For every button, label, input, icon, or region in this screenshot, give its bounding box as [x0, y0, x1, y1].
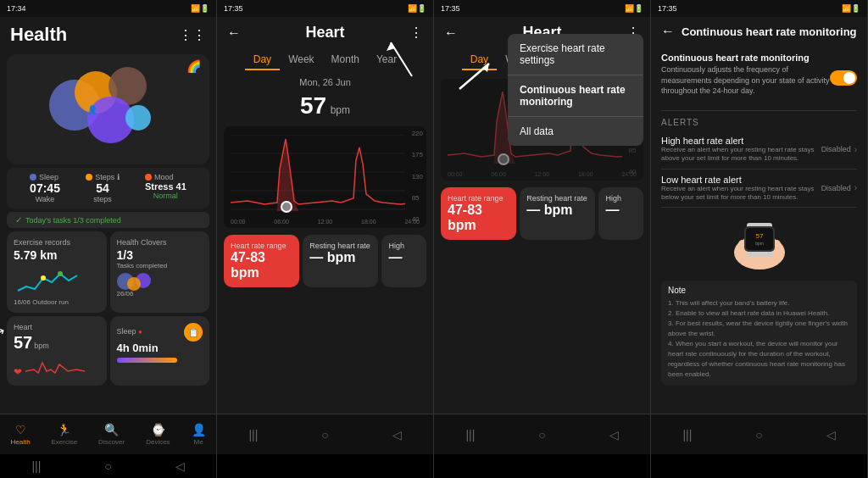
note-section: Note 1. This will affect your band's bat… — [661, 281, 857, 385]
high-alert-info: High heart rate alert Receive an alert w… — [661, 136, 821, 164]
heart-chart: 220 175 130 85 40 00:00 06:00 12:00 18:0… — [224, 126, 426, 228]
status-icons-2: 📶🔋 — [408, 4, 426, 13]
tab-week[interactable]: Week — [280, 50, 322, 70]
back-btn-1[interactable]: ||| — [31, 459, 41, 473]
svg-point-1 — [58, 271, 63, 276]
system-nav-1: ||| ○ ◁ — [0, 454, 216, 478]
time-1: 17:34 — [7, 4, 26, 13]
sleep-stat: Sleep 07:45 Wake — [30, 173, 60, 203]
hr-range-card: Heart rate range 47-83 bpm — [224, 235, 299, 287]
back-btn-3[interactable]: ||| — [465, 428, 475, 442]
heart-rate-cards: Heart rate range 47-83 bpm Resting heart… — [224, 235, 426, 287]
more-icon[interactable]: ⋮⋮ — [179, 27, 206, 43]
note-4: 4. When you start a workout, the device … — [668, 339, 850, 380]
dropdown-all-data[interactable]: All data — [508, 117, 643, 146]
heart-widget[interactable]: ↙ Heart 57 bpm ❤ — [7, 316, 107, 386]
sleep-widget[interactable]: Sleep ● 📋 4h 0min — [110, 316, 210, 386]
mood-dot — [145, 174, 152, 181]
annotation-arrow: ↙ — [0, 323, 8, 342]
recent-btn-1[interactable]: ◁ — [175, 459, 185, 473]
chart-y-labels: 220 175 130 85 40 — [412, 130, 423, 223]
home-btn-3[interactable]: ○ — [538, 428, 545, 442]
health-nav-icon: ♡ — [15, 423, 26, 436]
toggle-knob — [843, 72, 855, 84]
tab-day-3[interactable]: Day — [462, 50, 497, 70]
status-bar-4: 17:35 📶🔋 — [651, 0, 867, 17]
status-icons-4: 📶🔋 — [842, 4, 860, 13]
recent-btn-2[interactable]: ◁ — [392, 428, 402, 442]
home-btn-1[interactable]: ○ — [104, 459, 111, 473]
back-btn-4[interactable]: ||| — [682, 428, 692, 442]
checkmark-icon: ✓ — [15, 215, 22, 225]
activity-circles: 🌈 👤 — [7, 54, 209, 164]
scrubber-dot-3[interactable] — [498, 153, 509, 165]
recent-btn-3[interactable]: ◁ — [609, 428, 619, 442]
continuous-hr-toggle[interactable] — [830, 70, 857, 86]
tab-day[interactable]: Day — [245, 50, 280, 70]
low-alert-info: Low heart rate alert Receive an alert wh… — [661, 175, 821, 203]
nav-health[interactable]: ♡ Health — [10, 423, 30, 446]
nav-me[interactable]: 👤 Me — [192, 423, 206, 446]
status-icons-1: 📶🔋 — [191, 4, 209, 13]
exercise-nav-icon: 🏃 — [57, 423, 71, 436]
high-hr-card: High — — [381, 235, 426, 287]
exercise-card[interactable]: Exercise records 5.79 km 16/06 Outdoor r… — [7, 231, 107, 313]
bottom-nav-2: ||| ○ ◁ — [217, 414, 433, 454]
devices-nav-icon: ⌚ — [151, 423, 165, 436]
chart-x-labels-3: 00:00 06:00 12:00 18:00 24:00 — [448, 171, 637, 177]
tab-month[interactable]: Month — [323, 50, 368, 70]
tab-year[interactable]: Year — [368, 50, 405, 70]
resting-hr-card: Resting heart rate — bpm — [303, 235, 378, 287]
low-alert-status-row: Disabled › — [821, 183, 857, 192]
status-bar-2: 17:35 📶🔋 — [217, 0, 433, 17]
scrubber-dot[interactable] — [281, 201, 292, 213]
high-alert-row[interactable]: High heart rate alert Receive an alert w… — [661, 131, 857, 170]
more-icon-2[interactable]: ⋮ — [409, 25, 423, 41]
low-alert-row[interactable]: Low heart rate alert Receive an alert wh… — [661, 170, 857, 208]
status-icons-3: 📶🔋 — [625, 4, 643, 13]
toggle-row: Continuous heart rate monitoring Continu… — [661, 53, 857, 103]
tabs-row: Day Week Month Year — [217, 48, 433, 75]
back-icon-3[interactable]: ← — [444, 25, 458, 41]
dropdown-exercise-settings[interactable]: Exercise heart rate settings — [508, 34, 643, 75]
route-chart — [14, 265, 81, 295]
home-btn-2[interactable]: ○ — [321, 428, 328, 442]
chevron-right-icon-2: › — [854, 183, 857, 192]
bottom-cards-row: ↙ Heart 57 bpm ❤ Sleep ● 📋 4h 0min — [7, 316, 209, 386]
back-icon[interactable]: ← — [227, 25, 241, 41]
sleep-alert-dot: ● — [138, 328, 142, 336]
nav-discover[interactable]: 🔍 Discover — [98, 423, 125, 446]
time-4: 17:35 — [658, 4, 677, 13]
heart-icon: ❤ — [14, 366, 22, 378]
health-header: Health ⋮⋮ — [0, 17, 216, 51]
tasks-bar: ✓ Today's tasks 1/3 completed — [7, 212, 209, 228]
nav-exercise[interactable]: 🏃 Exercise — [52, 423, 78, 446]
steps-stat: Steps ℹ 54 steps — [86, 173, 120, 203]
screen-heart-day: 17:35 📶🔋 ← Heart ⋮ Day Week Month Year M… — [217, 0, 434, 478]
alerts-label: ALERTS — [661, 110, 857, 127]
rainbow-icon: 🌈 — [186, 59, 201, 73]
back-btn-2[interactable]: ||| — [248, 428, 258, 442]
system-nav-2 — [217, 454, 433, 478]
nav-devices[interactable]: ⌚ Devices — [146, 423, 170, 446]
time-3: 17:35 — [441, 4, 460, 13]
back-icon-4[interactable]: ← — [661, 24, 675, 39]
time-2: 17:35 — [224, 4, 243, 13]
chart-x-labels: 00:00 06:00 12:00 18:00 24:00 — [231, 219, 420, 225]
dropdown-continuous-hr[interactable]: Continuous heart rate monitoring — [508, 75, 643, 117]
screen-heart-menu: 17:35 📶🔋 ← Heart ⋮ Exercise heart rate s… — [434, 0, 651, 478]
note-2: 2. Enable to view all heart rate data in… — [668, 308, 850, 319]
hr-range-card-3: Heart rate range 47-83 bpm — [441, 187, 516, 240]
home-btn-4[interactable]: ○ — [755, 428, 762, 442]
dropdown-menu: Exercise heart rate settings Continuous … — [508, 34, 643, 146]
stats-row: Sleep 07:45 Wake Steps ℹ 54 steps Mood S… — [7, 168, 209, 208]
bottom-nav-4: ||| ○ ◁ — [651, 414, 867, 454]
date-label: Mon, 26 Jun — [217, 75, 433, 89]
avatar-icon: 👤 — [87, 105, 97, 114]
screen-continuous-hr: 17:35 📶🔋 ← Continuous heart rate monitor… — [651, 0, 868, 478]
watch-illustration: 57 bpm — [661, 214, 857, 274]
chevron-right-icon-1: › — [854, 145, 857, 154]
recent-btn-4[interactable]: ◁ — [826, 428, 836, 442]
health-clovers-card[interactable]: Health Clovers 1/3 Tasks completed 26/06 — [110, 231, 210, 313]
heart-mini-chart — [25, 354, 85, 375]
